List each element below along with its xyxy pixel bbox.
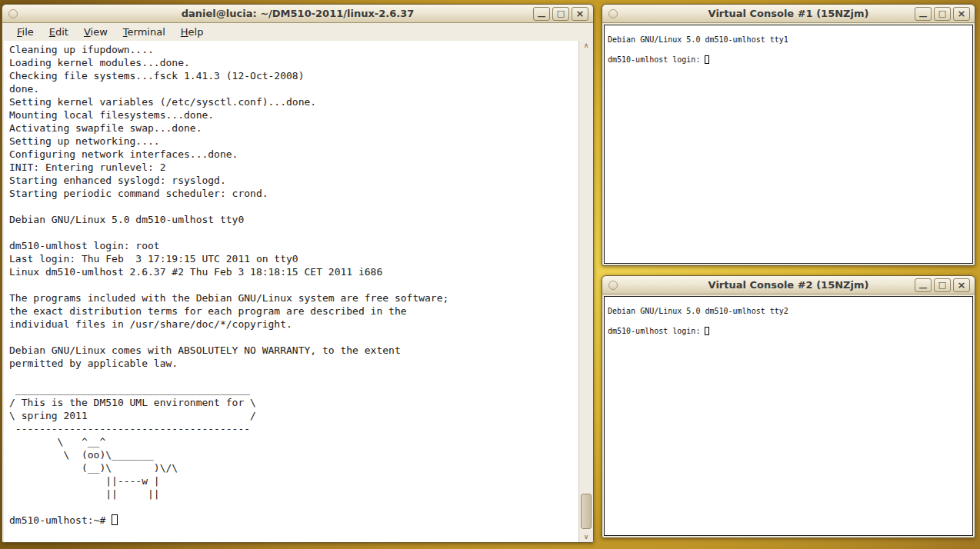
console1-window: Virtual Console #1 (15NZjm) — □ × Debian… — [602, 4, 975, 266]
scrollbar-track[interactable] — [579, 51, 593, 532]
terminal-window: daniel@lucia: ~/DM510-2011/linux-2.6.37 … — [2, 4, 594, 543]
maximize-icon: □ — [557, 9, 565, 18]
scrollbar[interactable]: ∧ ∨ — [578, 41, 593, 542]
minimize-button[interactable]: — — [533, 7, 550, 21]
menu-edit[interactable]: Edit — [42, 25, 75, 40]
terminal-cursor — [705, 327, 709, 335]
minimize-icon: — — [919, 12, 928, 21]
terminal-output: Cleaning up ifupdown.... Loading kernel … — [9, 43, 578, 514]
window-controls: — □ × — [915, 7, 970, 21]
window-title: daniel@lucia: ~/DM510-2011/linux-2.6.37 — [2, 8, 593, 19]
menu-terminal[interactable]: Terminal — [116, 25, 172, 40]
close-button[interactable]: × — [953, 7, 970, 21]
shell-prompt: dm510-umlhost:~# — [9, 514, 112, 526]
minimize-button[interactable]: — — [915, 278, 932, 292]
minimize-button[interactable]: — — [915, 7, 932, 21]
login-prompt: dm510-umlhost login: — [608, 55, 705, 64]
console-banner: Debian GNU/Linux 5.0 dm510-umlhost tty1 — [608, 35, 972, 45]
console-banner: Debian GNU/Linux 5.0 dm510-umlhost tty2 — [608, 306, 972, 316]
close-button[interactable]: × — [953, 278, 970, 292]
console2-screen[interactable]: Debian GNU/Linux 5.0 dm510-umlhost tty2 … — [604, 296, 973, 536]
maximize-icon: □ — [938, 9, 946, 18]
minimize-icon: — — [919, 284, 928, 292]
close-icon: × — [576, 8, 585, 18]
scroll-up-icon[interactable]: ∧ — [579, 41, 593, 51]
terminal-screen[interactable]: Cleaning up ifupdown.... Loading kernel … — [4, 41, 578, 542]
console1-screen[interactable]: Debian GNU/Linux 5.0 dm510-umlhost tty1 … — [604, 25, 973, 264]
console1-titlebar[interactable]: Virtual Console #1 (15NZjm) — □ × — [602, 5, 975, 23]
minimize-icon: — — [538, 12, 546, 21]
maximize-button[interactable]: □ — [934, 7, 951, 21]
scrollbar-thumb[interactable] — [581, 494, 592, 529]
terminal-cursor — [112, 514, 118, 525]
window-menu-icon[interactable] — [608, 281, 618, 290]
terminal-body: Cleaning up ifupdown.... Loading kernel … — [2, 41, 593, 542]
terminal-cursor — [705, 55, 709, 64]
menu-help[interactable]: Help — [174, 25, 211, 40]
shell-prompt-line: dm510-umlhost:~# — [9, 514, 578, 527]
maximize-button[interactable]: □ — [552, 7, 569, 21]
login-prompt-line: dm510-umlhost login: — [608, 55, 972, 65]
window-menu-icon[interactable] — [8, 9, 18, 18]
maximize-icon: □ — [938, 281, 946, 289]
blank-line — [608, 45, 972, 55]
window-menu-icon[interactable] — [608, 9, 618, 18]
close-icon: × — [958, 8, 966, 18]
login-prompt-line: dm510-umlhost login: — [608, 326, 972, 336]
window-controls: — □ × — [533, 7, 588, 21]
menu-view[interactable]: View — [77, 25, 115, 40]
blank-line — [608, 316, 972, 326]
terminal-titlebar[interactable]: daniel@lucia: ~/DM510-2011/linux-2.6.37 … — [2, 5, 593, 23]
login-prompt: dm510-umlhost login: — [608, 327, 705, 335]
scroll-down-icon[interactable]: ∨ — [579, 532, 593, 542]
menubar: File Edit View Terminal Help — [2, 23, 593, 41]
console2-window: Virtual Console #2 (15NZjm) — □ × Debian… — [602, 275, 975, 538]
maximize-button[interactable]: □ — [934, 278, 951, 292]
close-button[interactable]: × — [572, 7, 588, 21]
close-icon: × — [958, 280, 966, 290]
window-controls: — □ × — [915, 278, 970, 292]
menu-file[interactable]: File — [10, 25, 41, 40]
console2-titlebar[interactable]: Virtual Console #2 (15NZjm) — □ × — [602, 276, 975, 294]
